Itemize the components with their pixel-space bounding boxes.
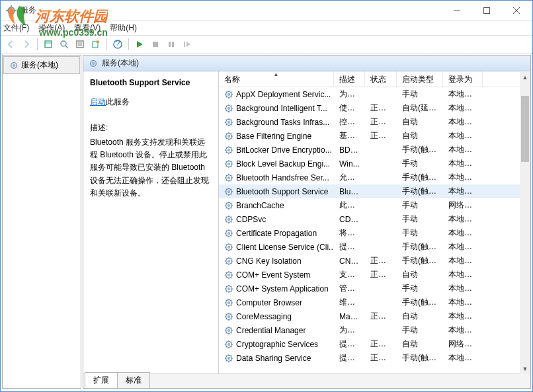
- service-row[interactable]: Base Filtering Engine基本...正在...自动本地服务: [219, 129, 530, 143]
- svg-line-79: [231, 147, 231, 147]
- svg-line-86: [226, 161, 227, 161]
- cell-login: 本地系统: [443, 158, 483, 169]
- service-row[interactable]: Block Level Backup Engi...Win...手动本地系统: [219, 157, 530, 171]
- maximize-button[interactable]: [472, 1, 501, 20]
- svg-line-169: [231, 272, 231, 272]
- menu-help[interactable]: 帮助(H): [110, 22, 137, 34]
- sort-asc-icon: ▲: [274, 71, 279, 77]
- service-row[interactable]: Computer Browser维护...手动(触发...本地系统: [219, 295, 530, 309]
- menu-file[interactable]: 文件(F): [3, 22, 29, 34]
- svg-line-57: [231, 124, 231, 125]
- cell-login: 本地系统: [443, 283, 483, 294]
- tb-icon-2[interactable]: [57, 37, 71, 52]
- service-row[interactable]: Client License Service (Cli...提供...手动(触发…: [219, 240, 530, 254]
- vertical-scrollbar[interactable]: ▲ ▼: [520, 72, 530, 374]
- cell-status: 正在...: [365, 338, 397, 350]
- service-row[interactable]: Bluetooth Handsfree Ser...允许...手动(触发...本…: [219, 171, 530, 184]
- column-status[interactable]: 状态: [365, 71, 397, 87]
- cell-status: 正在...: [365, 352, 397, 364]
- service-gear-icon: [224, 284, 233, 294]
- tab-extended[interactable]: 扩展: [85, 372, 118, 388]
- service-row[interactable]: Bluetooth Support ServiceBlue...手动(触发...…: [219, 184, 530, 198]
- properties-button[interactable]: [73, 37, 87, 52]
- minimize-button[interactable]: [442, 1, 472, 20]
- svg-line-197: [231, 319, 231, 319]
- toolbar: ?: [1, 35, 532, 54]
- cell-start: 自动: [397, 116, 443, 128]
- tb-icon-1[interactable]: [41, 37, 56, 52]
- svg-line-37: [231, 97, 231, 97]
- column-login-as[interactable]: 登录为: [443, 71, 483, 87]
- start-service-button[interactable]: [132, 37, 147, 52]
- svg-point-191: [227, 315, 230, 317]
- titlebar: 服务: [1, 1, 532, 20]
- svg-line-126: [226, 216, 227, 217]
- tree-item-services-local[interactable]: 服务(本地): [3, 56, 80, 74]
- svg-line-196: [226, 313, 227, 314]
- selected-service-name: Bluetooth Support Service: [90, 78, 212, 87]
- forward-button[interactable]: [19, 37, 34, 52]
- scroll-thumb[interactable]: [521, 96, 529, 162]
- pause-service-button[interactable]: [164, 37, 179, 52]
- close-button[interactable]: [501, 1, 531, 20]
- svg-point-71: [227, 148, 230, 151]
- svg-line-69: [231, 133, 231, 134]
- stop-service-button[interactable]: [148, 37, 163, 52]
- service-row[interactable]: Background Intelligent T...使用...正在...自动(…: [219, 101, 530, 115]
- services-icon: [9, 61, 19, 70]
- service-row[interactable]: CNG Key IsolationCNG...正在...手动(触发...本地系统: [219, 254, 530, 268]
- cell-status: 正在...: [365, 311, 397, 322]
- window-title: 服务: [20, 5, 442, 16]
- cell-login: 本地系统: [443, 325, 483, 336]
- back-button[interactable]: [3, 37, 18, 52]
- cell-login: 本地系统: [443, 89, 483, 100]
- service-gear-icon: [224, 243, 233, 252]
- svg-line-178: [226, 291, 227, 292]
- service-row[interactable]: CDPSvcCDP...手动本地系统: [219, 212, 530, 226]
- menu-view[interactable]: 查看(V): [74, 22, 101, 34]
- start-service-link[interactable]: 启动: [90, 97, 106, 106]
- svg-point-41: [227, 106, 230, 109]
- service-row[interactable]: Data Sharing Service提供...正在...手动(触发...本地…: [219, 351, 530, 365]
- svg-point-121: [227, 217, 230, 220]
- cell-login: 本地系统: [443, 102, 483, 114]
- service-row[interactable]: Background Tasks Infras...控制...正在...自动本地…: [219, 115, 530, 129]
- scroll-down-icon[interactable]: ▼: [520, 364, 530, 374]
- cell-login: 本地系统: [443, 227, 483, 239]
- restart-service-button[interactable]: [180, 37, 194, 52]
- service-row[interactable]: CoreMessagingMan...正在...自动本地服务: [219, 309, 530, 323]
- cell-start: 手动: [397, 283, 443, 294]
- service-row[interactable]: COM+ Event System支持...正在...自动本地服务: [219, 268, 530, 282]
- column-start-type[interactable]: 启动类型: [397, 71, 443, 87]
- svg-line-89: [231, 161, 231, 161]
- description-text: Bluetooth 服务支持发现和关联远程 Bluetooth 设备。停止或禁用…: [90, 136, 212, 200]
- service-row[interactable]: BranchCache此服...手动网络服务: [219, 198, 530, 212]
- svg-text:?: ?: [116, 40, 120, 48]
- cell-desc: 支持...: [334, 269, 365, 280]
- service-row[interactable]: Certificate Propagation将用...手动本地系统: [219, 226, 530, 240]
- svg-rect-7: [483, 7, 489, 13]
- svg-point-161: [227, 273, 230, 276]
- service-gear-icon: [224, 118, 233, 127]
- service-gear-icon: [224, 312, 233, 321]
- service-gear-icon: [224, 187, 233, 196]
- service-row[interactable]: BitLocker Drive Encryptio...BDE...手动(触发.…: [219, 143, 530, 157]
- cell-desc: CNG...: [334, 256, 365, 266]
- svg-point-91: [227, 176, 230, 178]
- scroll-up-icon[interactable]: ▲: [520, 72, 530, 83]
- column-desc[interactable]: 描述: [334, 71, 365, 87]
- help-button[interactable]: ?: [110, 37, 125, 52]
- cell-name: COM+ System Application: [219, 284, 334, 294]
- svg-line-227: [231, 360, 231, 361]
- service-row[interactable]: Cryptographic Services提供...正在...自动网络服务: [219, 337, 530, 351]
- cell-desc: 管理...: [334, 283, 365, 294]
- export-button[interactable]: [89, 37, 103, 52]
- service-row[interactable]: Credential Manager为用...手动本地系统: [219, 323, 530, 337]
- cell-name: Data Sharing Service: [219, 354, 334, 363]
- service-row[interactable]: AppX Deployment Servic...为部...手动本地系统: [219, 87, 530, 101]
- column-name[interactable]: 名称▲: [219, 71, 334, 87]
- tab-standard[interactable]: 标准: [117, 372, 150, 388]
- list-title-bar: 服务(本地): [83, 56, 530, 71]
- menu-action[interactable]: 操作(A): [38, 22, 65, 34]
- service-row[interactable]: COM+ System Application管理...手动本地系统: [219, 282, 530, 295]
